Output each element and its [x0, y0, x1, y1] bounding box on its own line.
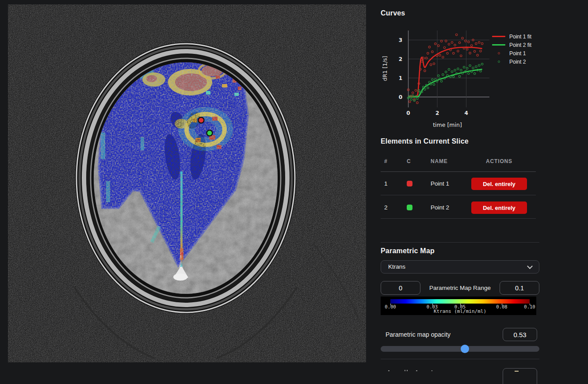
chart-legend: Point 1 fitPoint 2 fitPoint 1Point 2	[491, 32, 539, 66]
chevron-down-icon	[527, 263, 533, 269]
colorbar-caption: Ktrans (ml/min/ml)	[390, 308, 530, 314]
selected-map-label: Ktrans	[388, 261, 405, 273]
legend-marker-swatch	[491, 61, 506, 63]
svg-text:0: 0	[399, 94, 402, 100]
delete-entirely-button[interactable]: Del. entirely	[471, 202, 527, 214]
table-row: 1 Point 1 Del. entirely	[381, 173, 536, 194]
legend-entry: Point 1	[491, 49, 539, 57]
opacity-value-input[interactable]	[503, 328, 537, 341]
row-index: 1	[384, 173, 388, 194]
mri-viewer[interactable]	[8, 4, 366, 362]
clipped-text-fragment	[405, 370, 405, 371]
range-max-input[interactable]	[500, 281, 539, 295]
curves-section-title: Curves	[381, 9, 405, 17]
column-header-actions: ACTIONS	[471, 158, 527, 164]
svg-text:time [min]: time [min]	[433, 122, 462, 128]
legend-line-swatch	[491, 44, 506, 46]
legend-entry: Point 1 fit	[491, 32, 539, 41]
range-min-input[interactable]	[381, 281, 420, 295]
opacity-label: Parametric map opacity	[386, 328, 451, 341]
svg-text:2: 2	[435, 110, 439, 116]
row-index: 2	[384, 197, 388, 218]
row-color-swatch	[407, 205, 412, 210]
curves-chart-canvas: 0123024dR1 [1/s]time [min]	[381, 24, 491, 135]
table-row: 2 Point 2 Del. entirely	[381, 197, 536, 218]
legend-label: Point 1	[509, 50, 526, 57]
legend-label: Point 2	[509, 59, 526, 65]
row-name: Point 1	[431, 173, 449, 194]
column-header-name: NAME	[431, 158, 448, 164]
control-sidebar: Curves 0123024dR1 [1/s]time [min] Point …	[381, 0, 539, 384]
row-color-swatch	[407, 181, 412, 186]
svg-text:4: 4	[464, 110, 468, 116]
column-header-color: C	[407, 158, 411, 164]
delete-entirely-button[interactable]: Del. entirely	[471, 178, 527, 190]
legend-label: Point 2 fit	[509, 42, 531, 48]
colorbar-gradient	[390, 299, 530, 304]
colorbar: 0.000.030.050.080.10 Ktrans (ml/min/ml)	[381, 297, 536, 315]
svg-text:2: 2	[399, 56, 402, 62]
svg-text:1: 1	[399, 75, 402, 81]
clipped-text-fragment	[431, 370, 432, 371]
clipped-text-fragment	[407, 370, 408, 371]
clipped-row-input[interactable]	[503, 368, 537, 384]
column-header-index: #	[384, 158, 388, 164]
point-2-marker[interactable]	[207, 130, 213, 136]
svg-text:dR1 [1/s]: dR1 [1/s]	[382, 56, 388, 81]
elements-section-title: Elements in Current Slice	[381, 137, 469, 145]
opacity-slider[interactable]	[381, 346, 539, 352]
clipped-text-fragment	[416, 370, 417, 371]
legend-marker-swatch	[491, 52, 506, 54]
legend-line-swatch	[491, 36, 506, 37]
clipped-text-fragment	[515, 371, 519, 372]
legend-label: Point 1 fit	[509, 34, 531, 40]
svg-text:0: 0	[406, 110, 410, 116]
legend-entry: Point 2	[491, 57, 539, 66]
range-label: Parametric Map Range	[420, 281, 500, 295]
opacity-slider-thumb[interactable]	[461, 345, 469, 353]
point-1-marker[interactable]	[199, 118, 204, 123]
clipped-text-fragment	[388, 370, 389, 371]
row-name: Point 2	[431, 197, 449, 218]
svg-text:3: 3	[399, 37, 402, 43]
parametric-map-section-title: Parametric Map	[381, 247, 435, 255]
mri-slice-image	[8, 4, 366, 362]
curves-chart: 0123024dR1 [1/s]time [min]	[381, 24, 491, 135]
legend-entry: Point 2 fit	[491, 41, 539, 49]
parametric-map-select[interactable]: Ktrans	[381, 260, 539, 274]
